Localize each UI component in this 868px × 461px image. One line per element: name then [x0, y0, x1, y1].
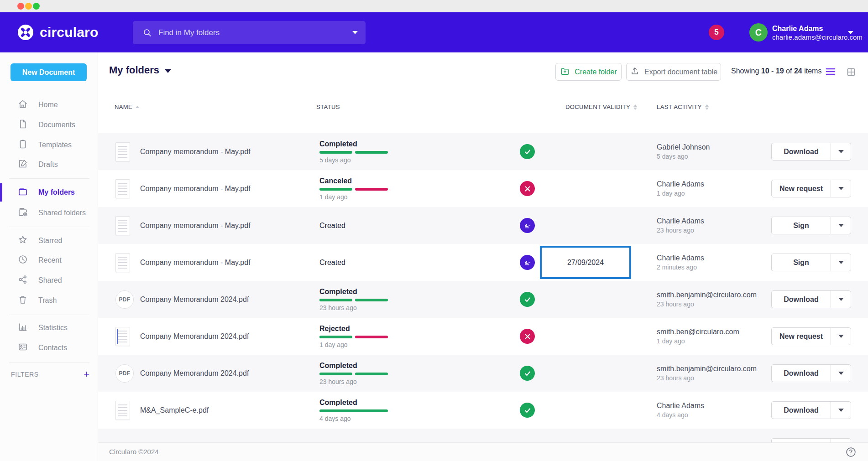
document-thumbnail-icon — [115, 327, 130, 346]
status-icon-cell — [520, 133, 535, 170]
sidebar-item-shared-folders[interactable]: Shared folders — [0, 203, 98, 223]
document-validity-cell[interactable] — [540, 209, 631, 242]
zoom-window-button[interactable] — [33, 3, 40, 10]
action-dropdown-button[interactable] — [831, 180, 851, 197]
folder-plus-icon — [560, 66, 570, 78]
document-validity-cell[interactable] — [540, 394, 631, 427]
action-button[interactable]: Download — [772, 365, 831, 382]
sidebar-item-label: Drafts — [38, 161, 58, 169]
status-icon-cell — [520, 318, 535, 355]
document-validity-cell[interactable] — [540, 320, 631, 353]
action-dropdown-button[interactable] — [831, 439, 851, 442]
document-validity-cell[interactable] — [540, 357, 631, 390]
column-header-name[interactable]: NAME — [115, 104, 139, 110]
action-dropdown-button[interactable] — [831, 143, 851, 160]
sidebar: New Document HomeDocumentsTemplatesDraft… — [0, 52, 98, 461]
action-dropdown-button[interactable] — [831, 328, 851, 345]
brand-logo[interactable]: circularo — [16, 23, 99, 41]
document-validity-cell[interactable] — [540, 135, 631, 168]
status-label: Completed — [319, 362, 397, 370]
table-row[interactable]: Company Memorandum 2024.pdf Rejected 1 d… — [98, 318, 868, 355]
document-validity-cell[interactable] — [540, 283, 631, 316]
action-button[interactable]: Download — [772, 143, 831, 160]
document-validity-cell[interactable] — [540, 430, 631, 442]
folder-icon — [17, 186, 28, 199]
page-title-dropdown[interactable]: My folders — [109, 64, 171, 76]
new-document-button[interactable]: New Document — [10, 63, 87, 81]
sidebar-item-label: Shared folders — [38, 209, 86, 217]
sidebar-item-starred[interactable]: Starred — [0, 231, 98, 251]
sidebar-item-shared[interactable]: Shared — [0, 270, 98, 290]
column-header-status[interactable]: STATUS — [316, 104, 340, 110]
column-header-document-validity[interactable]: DOCUMENT VALIDITY — [565, 104, 637, 110]
action-button[interactable]: Sign — [772, 217, 831, 234]
status-label: Rejected — [319, 325, 397, 333]
sidebar-item-documents[interactable]: Documents — [0, 115, 98, 135]
export-document-table-button[interactable]: Export document table — [626, 63, 721, 81]
last-activity-time: 23 hours ago — [657, 374, 757, 382]
status-label: Completed — [319, 140, 397, 148]
table-row[interactable]: PDF Company Memorandum 2024.pdf Complete… — [98, 281, 868, 318]
user-menu-chevron[interactable] — [848, 34, 853, 42]
action-dropdown-button[interactable] — [831, 402, 851, 419]
status-time: 1 day ago — [319, 341, 397, 348]
check-status-icon — [520, 144, 535, 159]
last-activity-cell: Charlie Adams 4 days ago — [657, 392, 704, 429]
document-validity-cell[interactable] — [540, 172, 631, 205]
doc-icon — [115, 244, 130, 281]
sidebar-item-statistics[interactable]: Statistics — [0, 318, 98, 338]
shared-folder-icon — [17, 207, 28, 219]
close-window-button[interactable] — [17, 3, 24, 10]
action-button[interactable]: New request — [772, 180, 831, 197]
doc-name: Company memorandum - May.pdf — [140, 170, 251, 207]
sidebar-item-my-folders[interactable]: My folders — [0, 182, 98, 202]
document-validity-cell[interactable]: 27/09/2024 — [540, 246, 631, 279]
table-row[interactable]: PDF Company Memorandum 2024.pdf Complete… — [98, 355, 868, 392]
action-button[interactable]: Download — [772, 402, 831, 419]
drafts-icon — [17, 158, 28, 171]
sidebar-item-recent[interactable]: Recent — [0, 250, 98, 270]
table-row[interactable]: Company memorandum - May.pdf Created 27/… — [98, 244, 868, 281]
search-input[interactable] — [152, 28, 345, 37]
action-dropdown-button[interactable] — [831, 291, 851, 308]
sidebar-divider — [9, 363, 89, 363]
last-activity-time: 23 hours ago — [657, 300, 757, 308]
add-filter-button[interactable]: + — [84, 369, 89, 379]
status-icon-cell — [520, 207, 535, 244]
last-activity-time: 5 days ago — [657, 153, 710, 160]
sidebar-item-trash[interactable]: Trash — [0, 290, 98, 311]
search-scope-dropdown[interactable] — [345, 31, 366, 34]
table-row[interactable]: M&A_SampleC-e.pdf Completed 4 days ago C… — [98, 392, 868, 429]
sort-icon — [705, 104, 709, 110]
action-button[interactable]: New request — [772, 328, 831, 345]
last-activity-name: Gabriel Johnson — [657, 143, 710, 151]
action-button[interactable] — [772, 439, 831, 442]
action-dropdown-button[interactable] — [831, 254, 851, 271]
action-button[interactable]: Download — [772, 291, 831, 308]
grid-view-toggle[interactable] — [846, 67, 857, 79]
sidebar-item-templates[interactable]: Templates — [0, 135, 98, 155]
action-dropdown-button[interactable] — [831, 365, 851, 382]
action-dropdown-button[interactable] — [831, 217, 851, 234]
sidebar-item-home[interactable]: Home — [0, 95, 98, 115]
notifications-badge[interactable]: 5 — [709, 25, 724, 40]
column-header-last-activity[interactable]: LAST ACTIVITY — [657, 104, 709, 110]
table-row[interactable]: Company memorandum - May.pdf Created Cha… — [98, 207, 868, 244]
list-view-toggle[interactable] — [825, 67, 837, 78]
action-button[interactable]: Sign — [772, 254, 831, 271]
create-folder-button[interactable]: Create folder — [555, 63, 622, 81]
sidebar-item-contacts[interactable]: Contacts — [0, 338, 98, 358]
table-row[interactable] — [98, 429, 868, 442]
status-time: 1 day ago — [319, 193, 397, 201]
table-row[interactable]: Company memorandum - May.pdf Canceled 1 … — [98, 170, 868, 207]
minimize-window-button[interactable] — [25, 3, 32, 10]
status-cell: Completed 4 days ago — [319, 392, 397, 429]
doc-icon: PDF — [115, 355, 134, 392]
table-row[interactable]: Company memorandum - May.pdf Completed 5… — [98, 133, 868, 170]
help-icon[interactable] — [845, 446, 857, 460]
avatar[interactable]: C — [749, 23, 768, 41]
status-icon-cell — [520, 355, 535, 392]
sidebar-item-drafts[interactable]: Drafts — [0, 155, 98, 175]
last-activity-name: Charlie Adams — [657, 402, 704, 410]
last-activity-name: Charlie Adams — [657, 180, 704, 188]
